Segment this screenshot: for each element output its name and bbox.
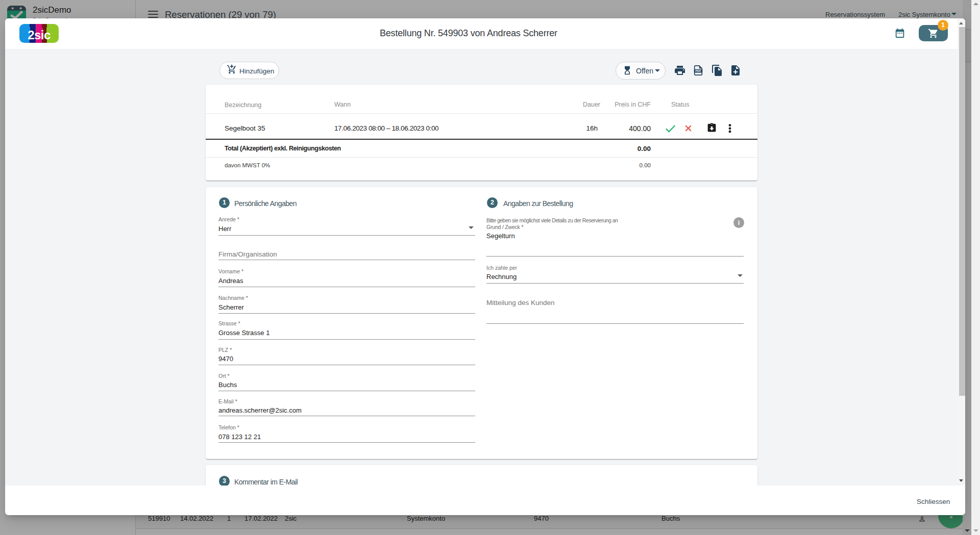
svg-text:PDF: PDF [695,69,701,72]
svg-text:2sic: 2sic [28,28,51,42]
